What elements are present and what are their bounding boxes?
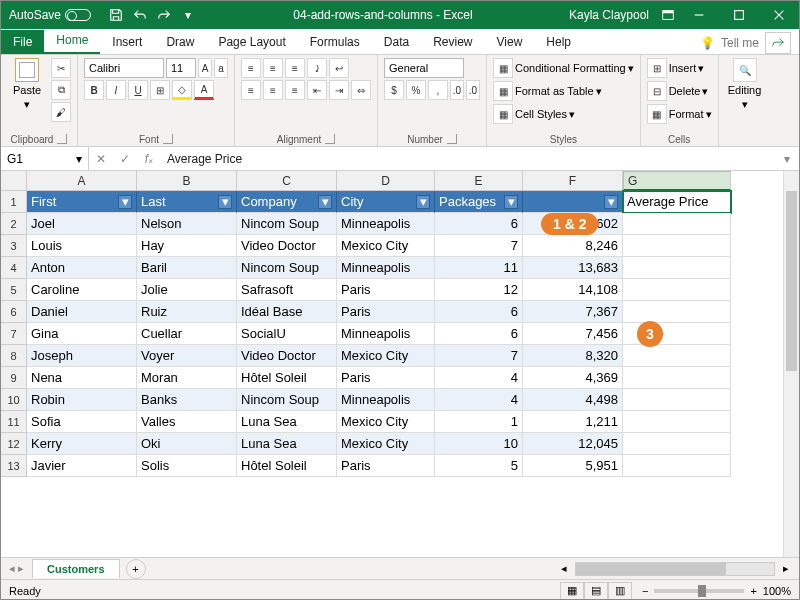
table-cell[interactable]: Valles <box>137 411 237 433</box>
orientation-button[interactable]: ⤸ <box>307 58 327 78</box>
editing-button[interactable]: 🔍 Editing ▾ <box>725 58 765 111</box>
table-cell[interactable]: Paris <box>337 455 435 477</box>
table-cell[interactable]: 10 <box>435 433 523 455</box>
table-cell[interactable]: Mexico City <box>337 433 435 455</box>
table-cell[interactable]: Javier <box>27 455 137 477</box>
table-cell[interactable]: Caroline <box>27 279 137 301</box>
table-cell[interactable]: 7 <box>435 345 523 367</box>
row-header-8[interactable]: 8 <box>1 345 27 367</box>
increase-font-button[interactable]: A <box>198 58 212 78</box>
table-cell[interactable]: Gina <box>27 323 137 345</box>
scroll-left-button[interactable]: ◂ <box>557 562 571 575</box>
table-cell[interactable]: Safrasoft <box>237 279 337 301</box>
table-cell[interactable]: 4,498 <box>523 389 623 411</box>
enter-formula-button[interactable]: ✓ <box>113 152 137 166</box>
table-header[interactable]: ▾ <box>523 191 623 213</box>
empty-cell[interactable] <box>623 389 731 411</box>
empty-cell[interactable] <box>623 301 731 323</box>
align-middle-button[interactable]: ≡ <box>263 58 283 78</box>
align-right-button[interactable]: ≡ <box>285 80 305 100</box>
table-cell[interactable]: 1 <box>435 411 523 433</box>
table-cell[interactable]: 14,108 <box>523 279 623 301</box>
format-as-table-button[interactable]: ▦Format as Table ▾ <box>493 81 634 101</box>
table-cell[interactable]: 6 <box>435 301 523 323</box>
table-cell[interactable]: Idéal Base <box>237 301 337 323</box>
table-cell[interactable]: Mexico City <box>337 235 435 257</box>
table-cell[interactable]: Oki <box>137 433 237 455</box>
format-cells-button[interactable]: ▦Format ▾ <box>647 104 712 124</box>
filter-icon[interactable]: ▾ <box>416 195 430 209</box>
table-cell[interactable]: Nena <box>27 367 137 389</box>
table-cell[interactable]: Nincom Soup <box>237 389 337 411</box>
align-top-button[interactable]: ≡ <box>241 58 261 78</box>
table-cell[interactable]: Luna Sea <box>237 411 337 433</box>
tell-me-input[interactable]: Tell me <box>721 36 759 50</box>
empty-cell[interactable] <box>623 235 731 257</box>
cancel-formula-button[interactable]: ✕ <box>89 152 113 166</box>
select-all-button[interactable] <box>1 171 27 191</box>
table-cell[interactable]: Minneapolis <box>337 257 435 279</box>
normal-view-button[interactable]: ▦ <box>560 582 584 600</box>
empty-cell[interactable] <box>623 367 731 389</box>
filter-icon[interactable]: ▾ <box>604 195 618 209</box>
conditional-formatting-button[interactable]: ▦Conditional Formatting ▾ <box>493 58 634 78</box>
insert-cells-button[interactable]: ⊞Insert ▾ <box>647 58 712 78</box>
page-layout-view-button[interactable]: ▤ <box>584 582 608 600</box>
table-cell[interactable]: Hôtel Soleil <box>237 367 337 389</box>
table-cell[interactable]: 1,211 <box>523 411 623 433</box>
fill-color-button[interactable]: ◇ <box>172 80 192 100</box>
table-cell[interactable]: Louis <box>27 235 137 257</box>
table-cell[interactable]: 12 <box>435 279 523 301</box>
percent-button[interactable]: % <box>406 80 426 100</box>
empty-cell[interactable] <box>623 279 731 301</box>
column-header-B[interactable]: B <box>137 171 237 191</box>
row-header-4[interactable]: 4 <box>1 257 27 279</box>
table-cell[interactable]: 4,369 <box>523 367 623 389</box>
wrap-text-button[interactable]: ↩ <box>329 58 349 78</box>
table-cell[interactable]: Luna Sea <box>237 433 337 455</box>
decrease-indent-button[interactable]: ⇤ <box>307 80 327 100</box>
column-header-A[interactable]: A <box>27 171 137 191</box>
table-cell[interactable]: 5,951 <box>523 455 623 477</box>
empty-cell[interactable] <box>623 433 731 455</box>
table-cell[interactable]: 6 <box>435 213 523 235</box>
table-cell[interactable]: Paris <box>337 279 435 301</box>
font-name-select[interactable]: Calibri <box>84 58 164 78</box>
table-cell[interactable]: Nelson <box>137 213 237 235</box>
increase-indent-button[interactable]: ⇥ <box>329 80 349 100</box>
scrollbar-thumb[interactable] <box>576 563 726 575</box>
table-cell[interactable]: Hôtel Soleil <box>237 455 337 477</box>
page-break-view-button[interactable]: ▥ <box>608 582 632 600</box>
table-cell[interactable]: 6 <box>435 323 523 345</box>
launcher-icon[interactable] <box>57 134 67 144</box>
copy-button[interactable]: ⧉ <box>51 80 71 100</box>
table-cell[interactable]: Nincom Soup <box>237 257 337 279</box>
accounting-button[interactable]: $ <box>384 80 404 100</box>
zoom-thumb[interactable] <box>698 585 706 597</box>
table-cell[interactable]: Ruiz <box>137 301 237 323</box>
cell-styles-button[interactable]: ▦Cell Styles ▾ <box>493 104 634 124</box>
increase-decimal-button[interactable]: .0 <box>450 80 464 100</box>
column-header-F[interactable]: F <box>523 171 623 191</box>
name-box[interactable]: G1▾ <box>1 147 89 170</box>
save-icon[interactable] <box>105 4 127 26</box>
row-header-11[interactable]: 11 <box>1 411 27 433</box>
table-cell[interactable]: Voyer <box>137 345 237 367</box>
add-sheet-button[interactable]: + <box>126 559 146 579</box>
tab-data[interactable]: Data <box>372 30 421 54</box>
filter-icon[interactable]: ▾ <box>118 195 132 209</box>
column-header-D[interactable]: D <box>337 171 435 191</box>
formula-input[interactable]: Average Price <box>161 147 775 170</box>
filter-icon[interactable]: ▾ <box>218 195 232 209</box>
table-cell[interactable]: Moran <box>137 367 237 389</box>
underline-button[interactable]: U <box>128 80 148 100</box>
font-color-button[interactable]: A <box>194 80 214 100</box>
qat-dropdown-icon[interactable]: ▾ <box>177 4 199 26</box>
tab-home[interactable]: Home <box>44 28 100 54</box>
empty-cell[interactable] <box>623 213 731 235</box>
user-name[interactable]: Kayla Claypool <box>561 8 657 22</box>
maximize-button[interactable] <box>719 1 759 29</box>
autosave-toggle[interactable]: AutoSave <box>1 8 99 22</box>
launcher-icon[interactable] <box>447 134 457 144</box>
active-cell-g1[interactable]: Average Price <box>623 191 731 213</box>
